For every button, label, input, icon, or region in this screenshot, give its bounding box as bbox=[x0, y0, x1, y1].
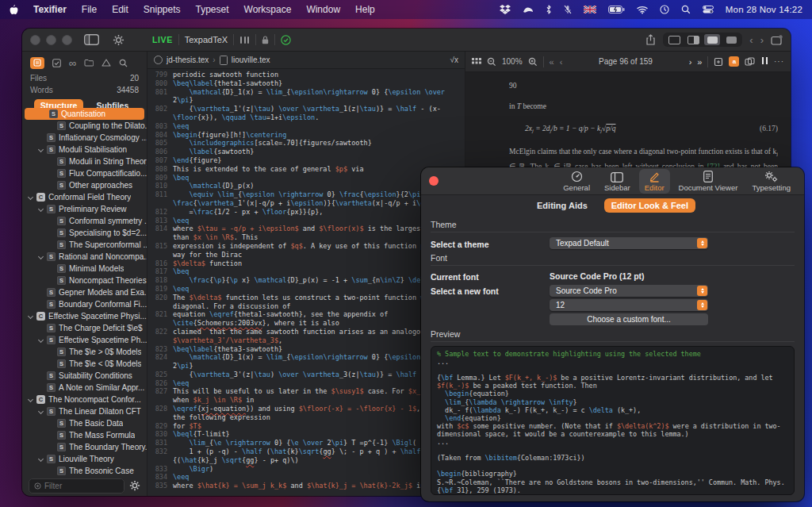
structure-item[interactable]: SPreliminary Review bbox=[22, 203, 147, 215]
menu-item-typeset[interactable]: Typeset bbox=[196, 4, 229, 15]
window-titlebar[interactable]: LIVE TexpadTeX ‹ › bbox=[22, 29, 791, 52]
structure-item[interactable]: SThe Mass Formula bbox=[22, 429, 147, 441]
structure-item[interactable]: SThe Boundary Theory... bbox=[22, 441, 147, 453]
structure-item[interactable]: CEffective Spacetime Physi... bbox=[22, 310, 147, 322]
close-button[interactable] bbox=[30, 35, 40, 45]
links-icon[interactable]: ∞ bbox=[69, 58, 76, 68]
code-line[interactable]: 810 \mathcal{D}_p(x) bbox=[147, 182, 465, 190]
chevron-down-icon[interactable] bbox=[27, 397, 33, 403]
todo-icon[interactable] bbox=[52, 59, 61, 67]
wifi-icon[interactable] bbox=[637, 6, 648, 14]
menu-item-snippets[interactable]: Snippets bbox=[144, 4, 181, 15]
code-line[interactable]: 829for $T$ bbox=[147, 422, 465, 431]
code-line[interactable]: 824 \mathcal{D}_1(x) = \lim_{\epsilon\ri… bbox=[147, 353, 465, 371]
structure-item[interactable]: CConformal Field Theory bbox=[22, 191, 147, 203]
control-center-icon[interactable] bbox=[703, 6, 714, 13]
code-line[interactable]: 827This will be useful to us later in th… bbox=[147, 387, 465, 405]
prev-page-icon[interactable]: ‹ bbox=[560, 57, 563, 67]
code-line[interactable]: 825 {\vartheta_3'(z|\tau) \over \varthet… bbox=[147, 371, 465, 379]
spotlight-icon[interactable] bbox=[681, 5, 691, 14]
two-page-icon[interactable] bbox=[745, 57, 755, 66]
code-line[interactable]: 811 \equiv \lim_{\epsilon \rightarrow 0}… bbox=[147, 190, 465, 208]
chevron-down-icon[interactable] bbox=[37, 337, 44, 344]
structure-item[interactable]: CThe Noncompact Confor... bbox=[22, 394, 147, 405]
code-line[interactable]: 819\eeq bbox=[147, 285, 465, 294]
code-line[interactable]: 807\end{figure} bbox=[147, 156, 465, 165]
tab-typesetting[interactable]: Typesetting bbox=[746, 169, 796, 194]
lock-icon[interactable] bbox=[262, 36, 269, 44]
code-line[interactable]: 816$\delta$ function bbox=[147, 259, 465, 268]
thumbnails-icon[interactable] bbox=[472, 58, 481, 66]
code-line[interactable]: 815expression is independent of $q$. A k… bbox=[147, 242, 465, 259]
mic-muted-icon[interactable] bbox=[564, 5, 572, 14]
preferences-titlebar[interactable]: General Sidebar Editor Document Viewer T… bbox=[421, 167, 804, 195]
chevron-down-icon[interactable] bbox=[37, 409, 44, 415]
clock-status-icon[interactable] bbox=[660, 5, 669, 14]
code-line[interactable]: 821equation \eqref{theta1-sawtooth}, see… bbox=[147, 310, 465, 328]
structure-item[interactable]: SQuantisation bbox=[25, 108, 144, 120]
menu-item-edit[interactable]: Edit bbox=[112, 4, 128, 15]
organiser-icon[interactable] bbox=[30, 57, 44, 69]
zoom-out-icon[interactable] bbox=[487, 57, 496, 67]
subtab-editing-aids[interactable]: Editing Aids bbox=[530, 198, 595, 213]
menu-item-workspace[interactable]: Workspace bbox=[244, 4, 292, 15]
math-preview-icon[interactable]: √x bbox=[450, 56, 459, 64]
minimize-button[interactable] bbox=[46, 35, 56, 45]
history-forward-icon[interactable]: › bbox=[760, 35, 764, 45]
font-size-select[interactable]: 12 bbox=[550, 299, 708, 311]
layout-split-button[interactable] bbox=[685, 34, 701, 45]
choose-custom-font-button[interactable]: Choose a custom font... bbox=[550, 313, 708, 325]
structure-item[interactable]: SThe Charge Deficit $\e$ bbox=[22, 322, 147, 334]
dropbox-icon[interactable] bbox=[500, 5, 511, 14]
issues-icon[interactable] bbox=[102, 59, 111, 67]
typeset-ok-icon[interactable] bbox=[281, 35, 291, 45]
pause-typeset-icon[interactable] bbox=[760, 57, 768, 66]
code-lines[interactable]: 799periodic sawtooth function800\beq\lab… bbox=[147, 69, 465, 496]
code-line[interactable]: 806 \label{sawtooth} bbox=[147, 148, 465, 156]
filter-input[interactable]: Filter bbox=[29, 478, 124, 494]
menu-item-window[interactable]: Window bbox=[306, 4, 340, 15]
code-line[interactable]: 804\begin{figure}[h!]\centering bbox=[147, 131, 465, 140]
last-page-icon[interactable]: » bbox=[697, 57, 702, 67]
structure-item[interactable]: SThe Basic Data bbox=[22, 417, 147, 429]
tab-general[interactable]: General bbox=[557, 169, 596, 194]
code-line[interactable]: 813\eeq bbox=[147, 217, 465, 225]
structure-item[interactable]: SSuitability Conditions bbox=[22, 370, 147, 382]
engine-selector[interactable]: TexpadTeX bbox=[185, 35, 228, 44]
code-line[interactable]: 812 =\frac{1/2 - px + \floor{px}}{p}, bbox=[147, 208, 465, 217]
code-line[interactable]: 802 {\vartheta_1'(z|\tau) \over \varthet… bbox=[147, 105, 465, 122]
menu-item-help[interactable]: Help bbox=[355, 4, 375, 15]
search-icon[interactable] bbox=[119, 59, 128, 67]
structure-item[interactable]: SThe Superconformal ... bbox=[22, 239, 147, 251]
structure-item[interactable]: SCoupling to the Dilato... bbox=[22, 120, 147, 132]
code-line[interactable]: 820The $\delta$ function lets us constru… bbox=[147, 294, 465, 311]
chevron-down-icon[interactable] bbox=[27, 313, 33, 320]
code-line[interactable]: 800\beq\label{theta1-sawtooth} bbox=[147, 79, 465, 88]
code-line[interactable]: 801 \mathcal{D}_1(x) = \lim_{\epsilon\ri… bbox=[147, 88, 465, 106]
code-line[interactable]: 814where $\tau = -q/p + i\epsilon$ and $… bbox=[147, 225, 465, 242]
theme-select[interactable]: Texpad Default bbox=[550, 237, 708, 249]
chevron-down-icon[interactable] bbox=[37, 456, 44, 463]
zoom-level[interactable]: 100% bbox=[502, 57, 523, 66]
code-line[interactable]: 832 1 + (p -q) - \half (\hat{k}\sqrt{gg}… bbox=[147, 447, 465, 465]
zoom-in-icon[interactable] bbox=[528, 57, 538, 67]
structure-item[interactable]: SThe Bosonic Case bbox=[22, 465, 147, 475]
code-line[interactable]: 817\beq bbox=[147, 267, 465, 276]
structure-item[interactable]: SGepner Models and Exa... bbox=[22, 286, 147, 298]
code-line[interactable]: 822claimed that the same sawtooth functi… bbox=[147, 328, 465, 345]
structure-item[interactable]: SLiouville Theory bbox=[22, 453, 147, 465]
structure-item[interactable]: SConformal symmetry ... bbox=[22, 215, 147, 227]
structure-item[interactable]: SRational and Noncompa... bbox=[22, 251, 147, 263]
structure-item[interactable]: SThe $\e > 0$ Models bbox=[22, 346, 147, 358]
history-back-icon[interactable]: ‹ bbox=[749, 35, 753, 45]
layout-editor-only-button[interactable] bbox=[666, 34, 682, 45]
apple-menu-icon[interactable] bbox=[10, 5, 18, 15]
layout-full-button[interactable] bbox=[723, 34, 739, 45]
bluetooth-icon[interactable] bbox=[546, 5, 552, 14]
close-button[interactable] bbox=[429, 176, 439, 186]
structure-item[interactable]: SModuli in String Theory bbox=[22, 156, 147, 167]
sidebar-actions-gear-icon[interactable] bbox=[129, 480, 140, 491]
structure-item[interactable]: SInflationary Cosmology ... bbox=[22, 132, 147, 144]
structure-item[interactable]: SOther approaches bbox=[22, 179, 147, 191]
structure-item[interactable]: SThe Linear Dilaton CFT bbox=[22, 405, 147, 417]
